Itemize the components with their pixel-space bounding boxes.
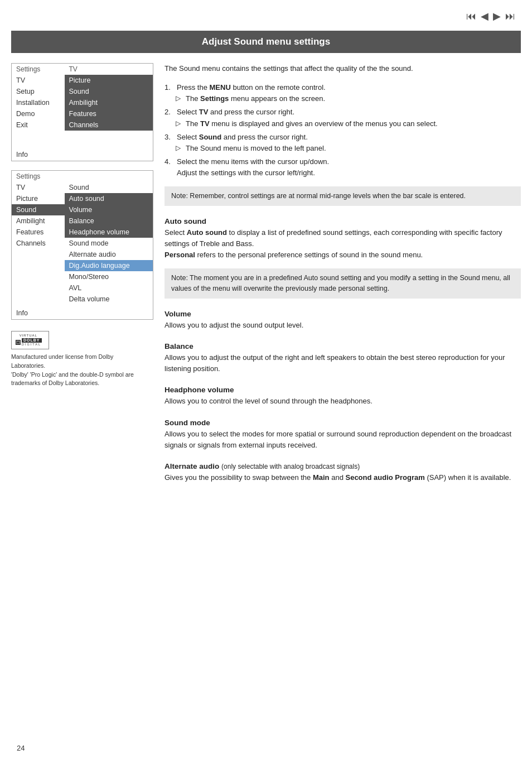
page-number: 24 [17,744,25,752]
menu1-row2-left[interactable]: Setup [12,86,65,97]
section-text-auto-sound-2: Personal refers to the personal preferen… [165,249,521,261]
menu2-row7-left [12,249,65,260]
section-heading-headphone-volume: Headphone volume [165,386,521,394]
step-2: 2. Select TV and press the cursor right. [165,107,521,118]
menu2-row1-right[interactable]: Sound [65,182,153,193]
page-title: Adjust Sound menu settings [11,31,521,53]
intro-text: The Sound menu contains the settings tha… [165,63,521,74]
menu2-row9-left [12,271,65,282]
menu-table-2: Settings TV Sound Picture Auto sound Sou… [11,170,153,320]
section-text-volume: Allows you to adjust the sound output le… [165,320,521,331]
section-heading-alternate-audio: Alternate audio (only selectable with an… [165,462,521,470]
menu2-row1-left[interactable]: TV [12,182,65,193]
steps-container: 1. Press the MENU button on the remote c… [165,82,521,179]
menu1-row5-left[interactable]: Exit [12,119,65,131]
menu2-row10-right[interactable]: AVL [65,282,153,294]
menu2-header-right [65,171,153,182]
menu2-row6-right[interactable]: Sound mode [65,238,153,249]
menu1-row1-left[interactable]: TV [12,75,65,86]
right-column: The Sound menu contains the settings tha… [165,63,521,483]
section-heading-sound-mode: Sound mode [165,419,521,427]
menu2-row8-right[interactable]: Dig.Audio language [65,260,153,271]
menu2-row6-left[interactable]: Channels [12,238,65,249]
menu-table-1: Settings TV TV Picture Setup Sound Insta… [11,63,153,161]
section-balance: Balance Allows you to adjust the output … [165,339,521,374]
menu1-header-right: TV [65,64,153,75]
navigation-arrows: ⏮ ◀ ▶ ⏭ [466,10,515,22]
section-heading-balance: Balance [165,342,521,350]
menu2-row8-left [12,260,65,271]
menu2-row11-right[interactable]: Delta volume [65,294,153,305]
section-text-balance: Allows you to adjust the output of the r… [165,352,521,374]
section-sound-mode: Sound mode Allows you to select the mode… [165,415,521,451]
menu2-row10-left [12,282,65,294]
menu2-row5-right[interactable]: Headphone volume [65,227,153,238]
menu1-row4-left[interactable]: Demo [12,108,65,119]
step-1: 1. Press the MENU button on the remote c… [165,82,521,93]
menu1-row5-right[interactable]: Channels [65,119,153,131]
menu1-info: Info [12,146,153,161]
step-2-sub: ▷ The TV menu is displayed and gives an … [176,118,521,129]
section-heading-auto-sound: Auto sound [165,217,521,225]
step-4: 4. Select the menu items with the cursor… [165,156,521,179]
section-text-headphone-volume: Allows you to control the level of sound… [165,396,521,407]
section-text-sound-mode: Allows you to select the modes for more … [165,429,521,451]
section-headphone-volume: Headphone volume Allows you to control t… [165,382,521,407]
menu1-row2-right[interactable]: Sound [65,86,153,97]
section-auto-sound: Auto sound Select Auto sound to display … [165,214,521,261]
last-arrow[interactable]: ⏭ [505,11,515,22]
menu1-row3-left[interactable]: Installation [12,97,65,108]
menu2-row4-right[interactable]: Balance [65,215,153,227]
note-box-1: Note: Remember, control settings are at … [165,186,521,206]
menu2-info: Info [12,305,153,320]
menu2-row5-left[interactable]: Features [12,227,65,238]
next-arrow[interactable]: ▶ [493,10,501,22]
dolby-caption: Manufactured under license from Dolby La… [11,353,134,388]
dolby-section: VIRTUAL ⧆ DOLBY DIGITAL Manufactured und… [11,331,153,388]
prev-arrow[interactable]: ◀ [481,10,489,22]
step-3: 3. Select Sound and press the cursor rig… [165,132,521,143]
step-3-sub: ▷ The Sound menu is moved to the left pa… [176,143,521,154]
main-content: Settings TV TV Picture Setup Sound Insta… [11,63,521,483]
menu2-row2-left[interactable]: Picture [12,193,65,204]
section-volume: Volume Allows you to adjust the sound ou… [165,306,521,331]
section-text-alternate-audio: Gives you the possibility to swap betwee… [165,472,521,483]
menu1-row1-right[interactable]: Picture [65,75,153,86]
menu2-row11-left [12,294,65,305]
menu1-header-left: Settings [12,64,65,75]
menu2-header-left: Settings [12,171,65,182]
menu2-row4-left[interactable]: Ambilight [12,215,65,227]
menu2-row9-right[interactable]: Mono/Stereo [65,271,153,282]
menu2-row2-right[interactable]: Auto sound [65,193,153,204]
menu2-row3-right[interactable]: Volume [65,204,153,215]
section-alternate-audio: Alternate audio (only selectable with an… [165,459,521,483]
left-column: Settings TV TV Picture Setup Sound Insta… [11,63,153,483]
section-heading-volume: Volume [165,310,521,318]
first-arrow[interactable]: ⏮ [466,11,476,22]
menu2-row3-left[interactable]: Sound [12,204,65,215]
step-1-sub: ▷ The Settings menu appears on the scree… [176,93,521,104]
menu2-row7-right[interactable]: Alternate audio [65,249,153,260]
section-text-auto-sound-1: Select Auto sound to display a list of p… [165,227,521,249]
menu1-row3-right[interactable]: Ambilight [65,97,153,108]
dolby-logo: VIRTUAL ⧆ DOLBY DIGITAL [11,331,49,349]
note-box-2: Note: The moment you are in a predefined… [165,268,521,299]
menu1-row4-right[interactable]: Features [65,108,153,119]
